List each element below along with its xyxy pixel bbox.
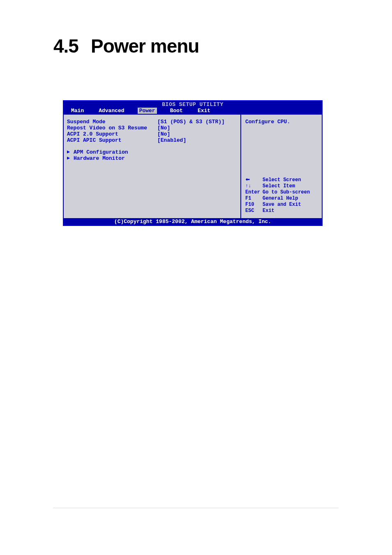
arrow-updown-icon: ↑↓ xyxy=(245,183,263,189)
tab-exit[interactable]: Exit xyxy=(196,108,212,114)
tab-boot[interactable]: Boot xyxy=(168,108,184,114)
page-heading: 4.5Power menu xyxy=(53,35,199,57)
setting-label: Suspend Mode xyxy=(67,119,157,125)
submenu-apm-config[interactable]: ▶ APM Configuration xyxy=(67,149,237,155)
bios-settings-panel: Suspend Mode [S1 (POS) & S3 (STR)] Repos… xyxy=(64,115,241,218)
setting-value: [No] xyxy=(157,125,237,131)
key-action: General Help xyxy=(263,196,298,202)
setting-repost-video[interactable]: Repost Video on S3 Resume [No] xyxy=(67,125,237,131)
setting-value: [S1 (POS) & S3 (STR)] xyxy=(157,119,237,125)
bios-screen: BIOS SETUP UTILITY Main Advanced Power B… xyxy=(63,100,323,226)
key-help-row: 🠨 Select Screen xyxy=(245,177,318,183)
key-action: Select Item xyxy=(263,183,295,189)
bios-body: Suspend Mode [S1 (POS) & S3 (STR)] Repos… xyxy=(64,115,322,218)
key-label: Enter xyxy=(245,189,263,196)
key-help-row: F1 General Help xyxy=(245,196,318,202)
arrow-left-icon: 🠨 xyxy=(245,177,263,183)
key-action: Go to Sub-screen xyxy=(263,189,310,196)
tab-power[interactable]: Power xyxy=(138,108,157,114)
setting-acpi-2-0[interactable]: ACPI 2.0 Support [No] xyxy=(67,131,237,137)
setting-acpi-apic[interactable]: ACPI APIC Support [Enabled] xyxy=(67,137,237,143)
heading-title: Power menu xyxy=(91,35,199,57)
key-help-row: ↑↓ Select Item xyxy=(245,183,318,189)
key-help-list: 🠨 Select Screen ↑↓ Select Item Enter Go … xyxy=(245,177,318,214)
key-label: ESC xyxy=(245,208,263,214)
help-text: Configure CPU. xyxy=(245,119,318,125)
key-help-row: F10 Save and Exit xyxy=(245,202,318,208)
submenu-hardware-monitor[interactable]: ▶ Hardware Monitor xyxy=(67,155,237,161)
submenu-label: APM Configuration xyxy=(74,149,128,155)
key-help-row: ESC Exit xyxy=(245,208,318,214)
submenu-arrow-icon: ▶ xyxy=(67,149,74,155)
heading-number: 4.5 xyxy=(53,35,78,57)
tab-advanced[interactable]: Advanced xyxy=(97,108,126,114)
setting-value: [Enabled] xyxy=(157,137,237,143)
key-label: F1 xyxy=(245,196,263,202)
setting-suspend-mode[interactable]: Suspend Mode [S1 (POS) & S3 (STR)] xyxy=(67,119,237,125)
bios-tabs: Main Advanced Power Boot Exit xyxy=(64,108,322,115)
bios-help-panel: Configure CPU. 🠨 Select Screen ↑↓ Select… xyxy=(241,115,322,218)
key-action: Exit xyxy=(263,208,274,214)
key-action: Select Screen xyxy=(263,177,301,183)
page-divider xyxy=(53,508,339,508)
bios-footer: (C)Copyright 1985-2002, American Megatre… xyxy=(64,218,322,225)
setting-label: ACPI 2.0 Support xyxy=(67,131,157,137)
tab-main[interactable]: Main xyxy=(69,108,85,114)
key-action: Save and Exit xyxy=(263,202,301,208)
bios-title: BIOS SETUP UTILITY xyxy=(162,101,223,108)
setting-label: ACPI APIC Support xyxy=(67,137,157,143)
setting-value: [No] xyxy=(157,131,237,137)
submenu-arrow-icon: ▶ xyxy=(67,155,74,161)
bios-header: BIOS SETUP UTILITY xyxy=(64,101,322,108)
submenu-label: Hardware Monitor xyxy=(74,155,125,161)
setting-label: Repost Video on S3 Resume xyxy=(67,125,157,131)
key-label: F10 xyxy=(245,202,263,208)
key-help-row: Enter Go to Sub-screen xyxy=(245,189,318,196)
